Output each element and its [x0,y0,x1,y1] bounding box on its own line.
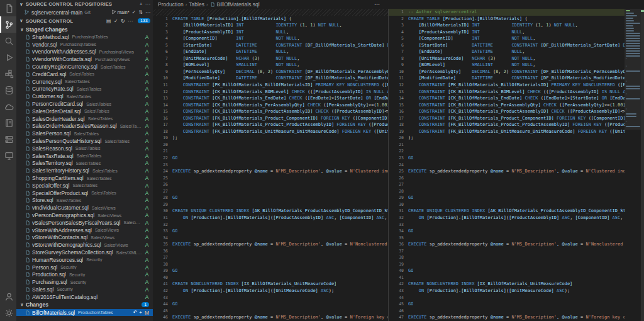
more-actions-icon[interactable]: ⋯ [145,1,150,7]
code-line[interactable]: 18 CONSTRAINT [FK_BillOfMaterials_UnitMe… [153,128,388,135]
code-line[interactable]: 46 [389,308,625,315]
code-line[interactable]: 15 CONSTRAINT [CK_BillOfMaterials_Produc… [153,108,388,115]
code-line[interactable]: 38 [389,254,625,261]
code-line[interactable]: 26 [389,175,625,182]
file-row[interactable]: SalesTerritory.sqlSales\TablesA [16,160,153,167]
breadcrumb-item[interactable]: BillOfMaterials.sql [217,1,260,8]
code-line[interactable]: 22GO [153,155,388,162]
code-line[interactable]: 6 [EndDate] DATETIME NULL, [153,48,388,55]
file-row[interactable]: ShoppingCartItem.sqlSales\TablesA [16,174,153,182]
repositories-header[interactable]: ∨ SOURCE CONTROL REPOSITORIES + ⋯ [16,0,153,8]
file-row[interactable]: vVendorWithContacts.sqlPurchasing\ViewsA [16,55,153,63]
breadcrumb-item[interactable]: Tables [189,1,204,8]
file-row[interactable]: vSalesPersonSalesByFiscalYears.sqlSales\… [16,219,153,227]
code-line[interactable]: 35EXECUTE sp_addextendedproperty @name =… [153,241,388,248]
file-row[interactable]: SalesPersonQuotaHistory.sqlSales\TablesA [16,137,153,145]
code-line[interactable]: 36EXECUTE sp_addextendedproperty @name =… [389,241,625,248]
code-line[interactable]: 10 [ModifiedDate] DATETIME CONSTRAINT [D… [153,75,388,82]
file-row[interactable]: BillOfMaterials.sqlProduction\Tables↶+M [16,309,153,317]
code-line[interactable]: 40GO [389,268,625,274]
code-line[interactable]: 13 CONSTRAINT [CK_BillOfMaterials_EndDat… [153,95,388,102]
code-line[interactable]: 29 [153,201,388,208]
file-row[interactable]: Purchasing.sqlSecurityA [16,278,153,286]
code-line[interactable]: 30CREATE UNIQUE CLUSTERED INDEX [AK_Bill… [153,208,388,215]
code-line[interactable]: 32 [153,222,388,228]
code-line[interactable]: 27 [389,181,625,188]
code-line[interactable]: 45GO [389,301,625,308]
code-line[interactable]: 44 [389,295,625,301]
code-line[interactable]: 17 CONSTRAINT [FK_BillOfMaterials_Produc… [389,115,625,122]
code-line[interactable]: 21 [153,148,388,155]
code-line[interactable]: 9 [BOMLevel] SMALLINT NOT NULL, [389,62,625,69]
database-icon[interactable] [0,82,16,98]
refresh-icon[interactable]: ↻ [121,18,125,24]
code-line[interactable]: 19 CONSTRAINT [FK_BillOfMaterials_UnitMe… [389,128,625,135]
file-row[interactable]: vStoreWithDemographics.sqlSales\ViewsA [16,241,153,249]
file-row[interactable]: SalesTaxRate.sqlSales\TablesA [16,152,153,160]
editor-scrollbar[interactable] [641,9,644,321]
search-icon[interactable] [0,33,16,49]
code-line[interactable]: 40 [153,274,388,281]
file-row[interactable]: HumanResources.sqlSecurityA [16,256,153,264]
view-mode-icon[interactable]: ▤ [106,18,111,24]
code-line[interactable]: 45 [153,308,388,315]
code-line[interactable]: 4 [ProductAssemblyID] INT NULL, [389,29,625,36]
run-debug-icon[interactable] [0,49,16,65]
code-line[interactable]: 41 [389,274,625,281]
minimap[interactable] [625,9,641,321]
file-row[interactable]: StoreSurveySchemaCollection.sqlSales\XML… [16,249,153,256]
code-line[interactable]: 19); [153,135,388,142]
remote-explorer-icon[interactable] [0,147,16,164]
code-line[interactable]: 20 [153,142,388,149]
scrollbar-thumb[interactable] [641,9,644,321]
file-row[interactable]: SalesTerritoryHistory.sqlSales\TablesA [16,167,153,174]
code-line[interactable]: 21 [389,142,625,149]
scm-group-changes[interactable]: ∨Changes1 [16,301,153,309]
file-row[interactable]: ShipMethod.sqlPurchasing\TablesA [16,33,153,41]
code-line[interactable]: 33GO [153,228,388,235]
code-line[interactable]: 30 [389,201,625,208]
sync-icon[interactable]: ⇅ [138,9,143,15]
code-line[interactable]: 24EXECUTE sp_addextendedproperty @name =… [153,168,388,175]
file-row[interactable]: vStoreWithAddresses.sqlSales\ViewsA [16,227,153,234]
file-row[interactable]: SalesOrderHeaderSalesReason.sqlSales\Tab… [16,123,153,130]
code-line[interactable]: 14 CONSTRAINT [CK_BillOfMaterials_PerAss… [153,102,388,109]
file-row[interactable]: PersonCreditCard.sqlSales\TablesA [16,100,153,108]
more-actions-icon[interactable]: ⋯ [128,18,133,24]
code-line[interactable]: 34GO [389,228,625,235]
code-line[interactable]: 13 CONSTRAINT [CK_BillOfMaterials_BOMLev… [389,89,625,96]
azure-icon[interactable] [0,98,16,115]
file-row[interactable]: SalesOrderDetail.sqlSales\TablesA [16,108,153,115]
file-row[interactable]: Currency.sqlSales\TablesA [16,78,153,86]
code-line[interactable]: 6 [StartDate] DATETIME CONSTRAINT [DF_Bi… [389,42,625,49]
code-line[interactable]: 9 [PerAssemblyQty] DECIMAL (8, 2) CONSTR… [153,69,388,76]
code-line[interactable]: 12 CONSTRAINT [PK_BillOfMaterials_BillOf… [389,82,625,89]
code-line[interactable]: 16 CONSTRAINT [CK_BillOfMaterials_Produc… [389,108,625,115]
code-line[interactable]: 27 [153,188,388,195]
file-row[interactable]: Production.sqlSecurityA [16,271,153,279]
code-line[interactable]: 31 ON [Production].[BillOfMaterials]([Pr… [153,215,388,222]
file-row[interactable]: SalesPerson.sqlSales\TablesA [16,130,153,137]
discard-changes-icon[interactable]: ↶ [133,310,138,315]
code-line[interactable]: 5 [ComponentID] INT NOT NULL, [389,35,625,42]
code-line[interactable]: 32 ON [Production].[BillOfMaterials]([Pr… [389,215,625,222]
source-control-header[interactable]: ∨ SOURCE CONTROL ▤ ✓ ↻ ⋯ 133 [16,16,153,25]
code-line[interactable]: 42CREATE NONCLUSTERED INDEX [IX_BillOfMa… [389,281,625,288]
more-actions-icon[interactable]: ⋯ [145,9,150,15]
code-line[interactable]: 28GO [153,194,388,201]
code-line[interactable]: 3 [BillOfMaterialsID] INT IDENTITY (1, 1… [389,22,625,29]
code-line[interactable]: 33 [389,222,625,228]
code-line[interactable]: 41CREATE NONCLUSTERED INDEX [IX_BillOfMa… [153,281,388,288]
code-line[interactable]: 7 [UnitMeasureCode] NCHAR (3) NOT NULL, [153,55,388,62]
file-row[interactable]: Sales.sqlSecurityA [16,286,153,293]
code-line[interactable]: 2CREATE TABLE [Production].[BillOfMateri… [389,16,625,23]
code-line[interactable]: 12 CONSTRAINT [CK_BillOfMaterials_BOMLev… [153,89,388,96]
code-line[interactable]: 43 ON [Production].[BillOfMaterials]([Un… [389,288,625,295]
extensions-icon[interactable] [0,65,16,82]
code-line[interactable]: 38 [153,261,388,268]
code-line[interactable]: 43 [153,295,388,301]
editor-more-actions-icon[interactable]: ⋯ [374,0,380,9]
code-line[interactable]: 8 [BOMLevel] SMALLINT NOT NULL, [153,62,388,69]
code-line[interactable]: 3 [ProductAssemblyID] INT NULL, [153,29,388,36]
code-line[interactable]: 37 [389,248,625,255]
